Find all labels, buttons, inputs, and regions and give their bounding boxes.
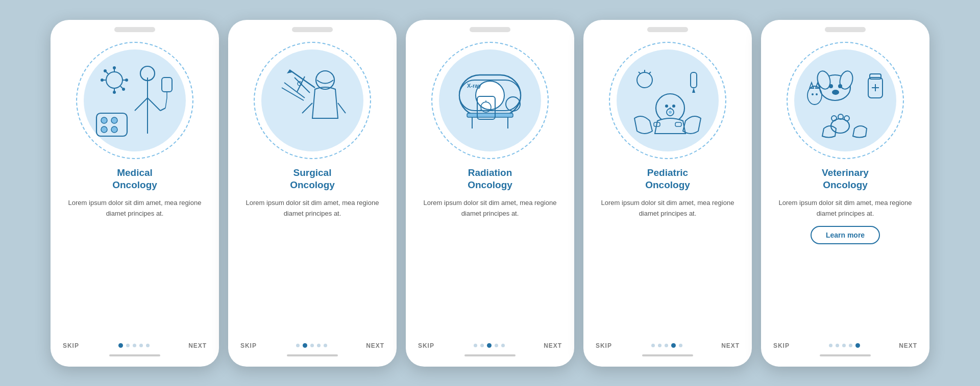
dot-2 xyxy=(487,343,492,348)
pediatric-oncology-icon xyxy=(619,52,716,149)
card-title-veterinary: Veterinary Oncology xyxy=(822,167,869,192)
phone-notch-4 xyxy=(647,27,688,32)
svg-point-71 xyxy=(844,116,849,121)
title-line2: Oncology xyxy=(645,179,690,190)
phone-card-medical-oncology: Medical Oncology Lorem ipsum dolor sit d… xyxy=(51,20,219,367)
svg-point-15 xyxy=(113,66,116,69)
illustration-veterinary xyxy=(761,34,929,167)
svg-line-9 xyxy=(160,108,165,111)
nav-next-medical[interactable]: NEXT xyxy=(188,342,207,349)
dot-0 xyxy=(474,344,477,347)
dot-3 xyxy=(849,344,852,347)
dot-4 xyxy=(324,344,327,347)
home-bar-veterinary xyxy=(820,354,871,356)
content-pediatric: Pediatric Oncology Lorem ipsum dolor sit… xyxy=(583,167,752,338)
svg-line-22 xyxy=(106,72,108,74)
nav-row-radiation: SKIP NEXT xyxy=(418,342,562,349)
dot-4 xyxy=(855,343,860,348)
svg-point-76 xyxy=(807,86,822,105)
dot-2 xyxy=(133,344,136,347)
svg-line-27 xyxy=(302,103,312,113)
learn-more-button[interactable]: Learn more xyxy=(811,226,880,244)
nav-skip-veterinary[interactable]: SKIP xyxy=(773,342,790,349)
svg-point-51 xyxy=(672,105,675,108)
card-title-medical: Medical Oncology xyxy=(112,167,157,192)
svg-line-31 xyxy=(295,78,310,93)
svg-point-25 xyxy=(122,88,125,91)
svg-point-13 xyxy=(106,72,122,88)
svg-point-66 xyxy=(838,84,842,88)
illustration-medical xyxy=(51,34,219,167)
card-desc-radiation: Lorem ipsum dolor sit dim amet, mea regi… xyxy=(420,198,560,219)
dot-3 xyxy=(671,343,676,348)
svg-line-24 xyxy=(120,86,122,88)
nav-row-veterinary: SKIP NEXT xyxy=(773,342,917,349)
veterinary-oncology-icon xyxy=(794,49,896,151)
dot-1 xyxy=(303,343,307,348)
nav-row-pediatric: SKIP NEXT xyxy=(596,342,740,349)
surgical-oncology-icon xyxy=(264,52,361,149)
phone-notch xyxy=(114,27,155,32)
nav-next-radiation[interactable]: NEXT xyxy=(544,342,562,349)
svg-point-67 xyxy=(832,90,839,95)
phone-notch-3 xyxy=(470,27,510,32)
svg-point-2 xyxy=(111,117,117,123)
content-medical: Medical Oncology Lorem ipsum dolor sit d… xyxy=(51,167,219,338)
title-line1: Surgical xyxy=(293,167,332,178)
title-line1: Radiation xyxy=(468,167,512,178)
home-bar-radiation xyxy=(464,354,516,356)
card-desc-veterinary: Lorem ipsum dolor sit dim amet, mea regi… xyxy=(775,198,915,219)
home-bar-medical xyxy=(109,354,160,356)
title-line1: Pediatric xyxy=(647,167,688,178)
dot-4 xyxy=(146,344,150,347)
nav-next-veterinary[interactable]: NEXT xyxy=(899,342,917,349)
dot-3 xyxy=(495,344,498,347)
nav-skip-radiation[interactable]: SKIP xyxy=(418,342,434,349)
nav-skip-surgical[interactable]: SKIP xyxy=(240,342,257,349)
card-title-pediatric: Pediatric Oncology xyxy=(645,167,690,192)
card-desc-surgical: Lorem ipsum dolor sit dim amet, mea regi… xyxy=(242,198,382,219)
svg-point-79 xyxy=(812,93,814,95)
title-line2: Oncology xyxy=(290,179,335,190)
medical-oncology-icon xyxy=(86,52,183,149)
svg-text:X-ray: X-ray xyxy=(467,83,481,89)
nav-skip-pediatric[interactable]: SKIP xyxy=(596,342,612,349)
dot-3 xyxy=(139,344,143,347)
phone-bottom-veterinary: SKIP NEXT xyxy=(761,338,929,367)
dots-row-radiation xyxy=(474,343,505,348)
nav-skip-medical[interactable]: SKIP xyxy=(63,342,79,349)
svg-point-53 xyxy=(669,111,672,114)
svg-point-65 xyxy=(829,84,833,88)
dots-row-surgical xyxy=(296,343,327,348)
svg-point-19 xyxy=(101,79,104,82)
phones-container: Medical Oncology Lorem ipsum dolor sit d… xyxy=(51,20,929,367)
dot-2 xyxy=(665,344,668,347)
svg-line-32 xyxy=(297,76,305,92)
svg-point-4 xyxy=(111,126,117,133)
svg-line-60 xyxy=(639,72,641,74)
content-surgical: Surgical Oncology Lorem ipsum dolor sit … xyxy=(228,167,397,338)
nav-next-surgical[interactable]: NEXT xyxy=(366,342,384,349)
content-veterinary: Veterinary Oncology Lorem ipsum dolor si… xyxy=(761,167,929,338)
dots-row-medical xyxy=(118,343,150,348)
svg-line-28 xyxy=(338,103,346,113)
radiation-oncology-icon: X-ray xyxy=(439,49,541,151)
content-radiation: Radiation Oncology Lorem ipsum dolor sit… xyxy=(406,167,574,338)
svg-point-17 xyxy=(113,91,116,94)
nav-row-medical: SKIP NEXT xyxy=(63,342,207,349)
svg-point-1 xyxy=(101,117,107,123)
svg-point-50 xyxy=(665,105,668,108)
illustration-pediatric xyxy=(583,34,752,167)
illustration-radiation: X-ray xyxy=(406,34,574,167)
svg-line-8 xyxy=(148,98,160,111)
card-desc-medical: Lorem ipsum dolor sit dim amet, mea regi… xyxy=(65,198,205,219)
svg-rect-0 xyxy=(96,113,127,136)
dot-4 xyxy=(679,344,682,347)
svg-line-35 xyxy=(282,88,304,100)
dot-0 xyxy=(651,344,655,347)
svg-rect-39 xyxy=(467,113,513,117)
title-line1: Medical xyxy=(117,167,153,178)
nav-next-pediatric[interactable]: NEXT xyxy=(721,342,740,349)
dots-row-veterinary xyxy=(829,343,860,348)
phone-bottom-radiation: SKIP NEXT xyxy=(406,338,574,367)
